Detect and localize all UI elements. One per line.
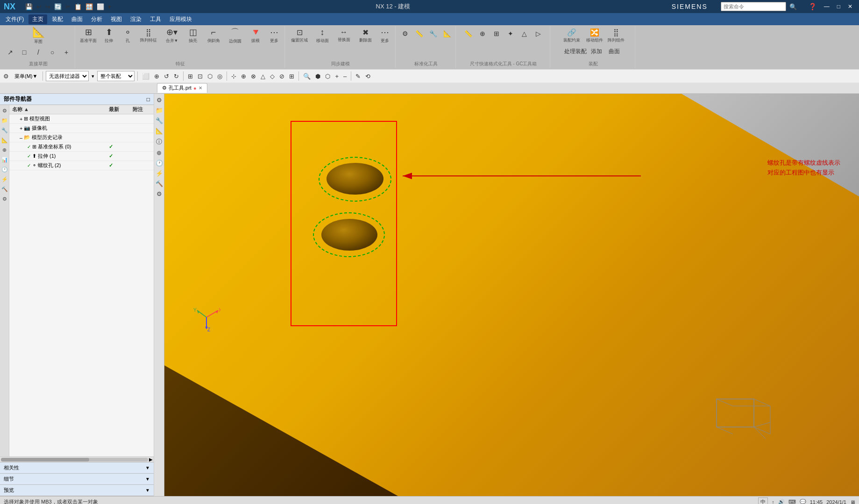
line-button[interactable]: / — [32, 46, 45, 59]
window-icon[interactable]: ⬜ — [95, 2, 106, 11]
sidebar-icon-10[interactable]: ⚙ — [1, 195, 8, 203]
std-tool-2[interactable]: 📏 — [412, 27, 426, 40]
edit-tool-2[interactable]: ⟲ — [364, 72, 372, 81]
sidebar-icon-2[interactable]: 📁 — [0, 117, 9, 125]
view-tool-5[interactable]: – — [342, 72, 348, 81]
datum-plane-button[interactable]: ⊞ 基准平面 — [78, 27, 99, 44]
replace-face-button[interactable]: ↔ 替换面 — [334, 27, 354, 44]
tree-row-camera[interactable]: + 📷 摄像机 — [9, 124, 154, 133]
save-icon[interactable]: 💾 — [24, 2, 34, 11]
edit-tool-1[interactable]: ✎ — [354, 72, 362, 81]
section-detail[interactable]: 细节 ▼ — [0, 474, 154, 485]
sel-tool-6[interactable]: ⊡ — [196, 72, 204, 81]
process-assembly-button[interactable]: 处理装配 — [564, 45, 587, 58]
undo-icon[interactable]: ↩ — [35, 2, 43, 11]
edge-blend-button[interactable]: ⌒ 边倒圆 — [225, 27, 245, 44]
menu-curve[interactable]: 曲面 — [68, 14, 86, 24]
std-tool-3[interactable]: 🔧 — [426, 27, 440, 40]
dim-tool-4[interactable]: ✦ — [504, 27, 517, 40]
merge-button[interactable]: ⊕▾ 合并▼ — [161, 27, 183, 44]
view-tool-1[interactable]: 🔍 — [302, 72, 312, 81]
delete-face-button[interactable]: ✖ 删除面 — [355, 27, 376, 44]
section-preview[interactable]: 预览 ▼ — [0, 485, 154, 496]
section-related[interactable]: 相关性 ▼ — [0, 462, 154, 474]
expand-history[interactable]: – — [20, 135, 22, 140]
rect-button[interactable]: □ — [18, 46, 31, 59]
vp-icon-6[interactable]: ⊕ — [156, 148, 163, 157]
more-sync-button[interactable]: ⋯ 更多 — [376, 27, 393, 44]
vp-icon-10[interactable]: ⚙ — [156, 189, 163, 198]
add-button[interactable]: 添加 — [588, 45, 605, 58]
sel-tool-5[interactable]: ⊞ — [186, 72, 194, 81]
move-face-button[interactable]: ↕ 移动面 — [312, 27, 333, 44]
sidebar-maximize-icon[interactable]: □ — [147, 96, 150, 103]
sidebar-icon-9[interactable]: 🔨 — [0, 185, 9, 193]
tree-row-history[interactable]: – 📂 模型历史记录 — [9, 133, 154, 142]
dim-tool-1[interactable]: 📏 — [462, 27, 475, 40]
menu-assembly[interactable]: 装配 — [48, 14, 67, 24]
vp-icon-1[interactable]: ⚙ — [156, 96, 163, 105]
snap-tool-3[interactable]: ⊗ — [249, 72, 257, 81]
status-desktop-icon[interactable]: 🖥 — [850, 499, 855, 504]
sel-tool-3[interactable]: ↺ — [163, 72, 170, 81]
menu-app-module[interactable]: 应用模块 — [166, 14, 196, 24]
dim-tool-6[interactable]: ▷ — [532, 27, 545, 40]
sel-tool-8[interactable]: ◎ — [216, 72, 224, 81]
snap-tool-6[interactable]: ⊘ — [278, 72, 286, 81]
search-command-input[interactable] — [721, 2, 786, 11]
arc-button[interactable]: ↗ — [4, 46, 17, 59]
move-component-button[interactable]: 🔀 移动组件 — [584, 27, 605, 44]
circle-button[interactable]: ○ — [46, 46, 59, 59]
view-tool-4[interactable]: + — [334, 72, 340, 81]
sidebar-icon-8[interactable]: ⚡ — [0, 175, 9, 183]
sel-tool-1[interactable]: ⬜ — [141, 72, 151, 81]
menu-view[interactable]: 视图 — [107, 14, 126, 24]
sketch-button[interactable]: 📐 草图 — [30, 27, 47, 44]
expand-camera[interactable]: + — [20, 126, 22, 131]
menu-file[interactable]: 文件(F) — [2, 14, 28, 24]
tree-row-extrude[interactable]: ✓ ⬆ 拉伸 (1) ✓ — [9, 152, 154, 161]
chamfer-button[interactable]: ⌐ 倒斜角 — [203, 27, 224, 44]
hole-button[interactable]: ⚬ 孔 — [119, 27, 136, 44]
status-lang[interactable]: 中 — [758, 497, 768, 504]
extrude-button[interactable]: ⬆ 拉伸 — [99, 27, 118, 44]
offset-region-button[interactable]: ⊡ 偏置区域 — [288, 27, 311, 44]
search-icon[interactable]: 🔍 — [788, 2, 798, 11]
scope-select[interactable]: 整个装配 — [97, 71, 135, 81]
tab-close-button[interactable]: ✕ — [199, 85, 202, 91]
tab-hole-tool[interactable]: ⚙ 孔工具.prt ● ✕ — [157, 83, 207, 93]
switch-window-icon[interactable]: 🪟 — [84, 2, 94, 11]
snap-tool-2[interactable]: ⊕ — [240, 72, 248, 81]
vp-icon-5[interactable]: ⓘ — [155, 137, 163, 147]
vp-icon-9[interactable]: 🔨 — [155, 179, 164, 188]
dim-tool-2[interactable]: ⊕ — [476, 27, 489, 40]
menu-home[interactable]: 主页 — [28, 14, 47, 24]
view-tool-2[interactable]: ⬢ — [314, 72, 322, 81]
sel-tool-4[interactable]: ↻ — [172, 72, 180, 81]
status-chat-icon[interactable]: 💬 — [800, 499, 806, 504]
redo-icon[interactable]: ↪ — [44, 2, 52, 11]
sidebar-scrollbar[interactable]: ▶ — [0, 456, 154, 462]
vp-icon-7[interactable]: 🕐 — [155, 159, 164, 168]
assembly-constraint-button[interactable]: 🔗 装配约束 — [560, 27, 583, 44]
paste-icon[interactable]: 📋 — [73, 2, 83, 11]
surface-button[interactable]: 曲面 — [606, 45, 623, 58]
status-up-icon[interactable]: ↑ — [772, 499, 774, 504]
vp-icon-2[interactable]: 📁 — [155, 106, 164, 115]
refresh-icon[interactable]: 🔄 — [53, 2, 63, 11]
tree-row-model-view[interactable]: + ⊞ 模型视图 — [9, 114, 154, 124]
menu-analysis[interactable]: 分析 — [87, 14, 106, 24]
snap-tool-5[interactable]: ◇ — [269, 72, 276, 81]
filter-select[interactable]: 无选择过滤器 — [46, 71, 89, 81]
vp-icon-3[interactable]: 🔧 — [155, 116, 164, 125]
menu-tools[interactable]: 工具 — [146, 14, 165, 24]
draft-button[interactable]: 🔻 拔模 — [246, 27, 265, 44]
more-feature-button[interactable]: ⋯ 更多 — [266, 27, 283, 44]
menu-dropdown[interactable]: 菜单(M)▼ — [12, 72, 40, 81]
status-sound-icon[interactable]: 🔊 — [778, 499, 785, 504]
dim-tool-3[interactable]: ⊞ — [490, 27, 503, 40]
dropdown-icon[interactable]: ▾ — [106, 2, 113, 11]
sidebar-icon-5[interactable]: ⊕ — [1, 146, 7, 154]
close-button[interactable]: ✕ — [845, 2, 855, 11]
std-tool-1[interactable]: ⚙ — [398, 27, 412, 40]
